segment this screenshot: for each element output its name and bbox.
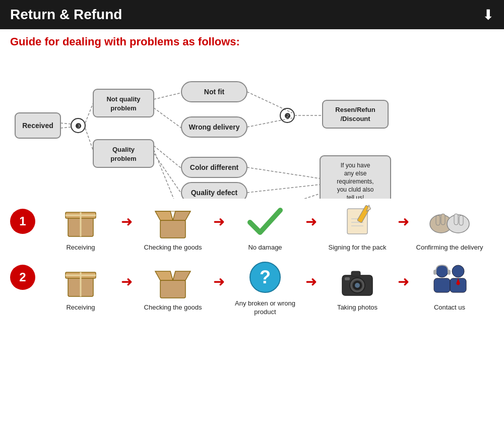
- step2-receiving-label: Receiving: [66, 304, 95, 312]
- svg-rect-79: [351, 271, 360, 276]
- svg-rect-62: [436, 215, 440, 225]
- step2-photos: Taking photos: [317, 261, 398, 312]
- svg-text:Wrong delivery: Wrong delivery: [189, 123, 240, 131]
- step1-checking: Checking the goods: [133, 201, 213, 252]
- svg-text:tell us!: tell us!: [347, 194, 364, 199]
- svg-marker-71: [155, 271, 173, 280]
- question-icon: ?: [245, 257, 285, 297]
- step1-receiving: Receiving: [40, 201, 121, 252]
- svg-text:Color different: Color different: [190, 163, 239, 171]
- closed-box-icon: [60, 201, 101, 241]
- svg-line-16: [154, 146, 181, 168]
- arrow-icon: ➜: [121, 273, 133, 290]
- svg-rect-8: [93, 89, 154, 117]
- svg-marker-52: [173, 211, 191, 220]
- svg-text:Resen/Refun: Resen/Refun: [335, 106, 375, 113]
- open-box2-icon: [153, 261, 193, 301]
- svg-text:Not quality: Not quality: [106, 95, 141, 103]
- main-content: Guide for dealing with problems as follo…: [0, 29, 504, 328]
- arrow-icon: ➜: [398, 213, 409, 230]
- guide-title: Guide for dealing with problems as follo…: [10, 35, 494, 48]
- svg-rect-70: [160, 280, 185, 298]
- page-title: Return & Refund: [10, 7, 122, 23]
- svg-text:Not fit: Not fit: [204, 88, 225, 96]
- arrow-icon: ➜: [213, 273, 225, 290]
- checkmark-icon: [245, 201, 285, 241]
- svg-rect-80: [345, 277, 350, 280]
- step2-checking-label: Checking the goods: [144, 304, 202, 312]
- flowchart: Received ❸ Not quality problem Quality p…: [10, 57, 494, 199]
- svg-line-6: [60, 123, 71, 124]
- svg-marker-51: [155, 211, 173, 220]
- svg-point-78: [355, 283, 360, 288]
- arrow-icon: ➜: [398, 273, 409, 290]
- svg-text:you cluld also: you cluld also: [337, 186, 374, 193]
- svg-text:any else: any else: [344, 170, 367, 177]
- arrow-icon: ➜: [305, 273, 317, 290]
- svg-rect-11: [93, 140, 154, 167]
- signing-icon: [337, 201, 377, 241]
- svg-rect-65: [459, 215, 463, 225]
- step-1-items: Receiving ➜ Checking the goods ➜: [40, 201, 494, 252]
- svg-rect-34: [323, 100, 388, 128]
- step2-broken-label: Any broken or wrong product: [225, 299, 305, 317]
- svg-rect-50: [160, 220, 185, 238]
- svg-rect-64: [454, 214, 458, 225]
- svg-line-5: [85, 128, 93, 151]
- open-box-icon: [153, 201, 193, 241]
- step1-signing-label: Signing for the pack: [329, 244, 387, 252]
- svg-line-4: [85, 103, 93, 123]
- step-2-number: 2: [10, 265, 35, 290]
- svg-text:?: ?: [260, 267, 271, 287]
- svg-text:Received: Received: [22, 122, 53, 130]
- step2-contact: Contact us: [409, 261, 490, 312]
- svg-line-15: [154, 108, 181, 128]
- page-header: Return & Refund ⬇: [0, 0, 504, 29]
- svg-text:problem: problem: [110, 155, 136, 162]
- svg-line-38: [247, 185, 320, 193]
- arrow-icon: ➜: [305, 213, 317, 230]
- svg-line-37: [247, 167, 320, 178]
- step1-confirming: Confirming the delivery: [409, 201, 490, 252]
- svg-line-7: [60, 127, 71, 128]
- svg-line-29: [247, 92, 292, 113]
- svg-rect-84: [448, 270, 451, 275]
- step1-checking-label: Checking the goods: [144, 244, 202, 252]
- svg-point-85: [452, 265, 464, 277]
- closed-box2-icon: [60, 261, 101, 301]
- step-2-items: Receiving ➜ Checking the goods ➜: [40, 257, 494, 317]
- camera-icon: [337, 261, 377, 301]
- svg-rect-83: [433, 270, 436, 275]
- svg-marker-72: [173, 271, 191, 280]
- step2-broken: ? Any broken or wrong product: [225, 257, 305, 317]
- svg-rect-63: [441, 214, 445, 225]
- step-2-row: 2 Receiving ➜: [10, 257, 494, 317]
- step2-contact-label: Contact us: [434, 304, 465, 312]
- contact-icon: [427, 261, 472, 301]
- step2-checking: Checking the goods: [133, 261, 213, 312]
- svg-text:❷: ❷: [284, 112, 291, 120]
- step-1-row: 1 Receiving ➜: [10, 201, 494, 252]
- step1-confirming-label: Confirming the delivery: [416, 244, 483, 252]
- step-1-number: 1: [10, 209, 35, 234]
- svg-text:/Discount: /Discount: [340, 115, 370, 123]
- header-arrow-icon: ⬇: [482, 7, 494, 23]
- svg-text:requirements,: requirements,: [337, 178, 373, 185]
- step2-photos-label: Taking photos: [337, 304, 377, 312]
- step1-nodamage-label: No damage: [248, 244, 282, 252]
- svg-text:Quality defect: Quality defect: [191, 189, 238, 197]
- arrow-icon: ➜: [213, 213, 225, 230]
- svg-line-39: [247, 194, 320, 199]
- steps-section: 1 Receiving ➜: [10, 201, 494, 317]
- svg-text:❸: ❸: [75, 122, 82, 130]
- svg-text:problem: problem: [110, 104, 136, 112]
- arrow-icon: ➜: [121, 213, 133, 230]
- svg-line-14: [154, 93, 181, 99]
- svg-text:If you have: If you have: [341, 162, 370, 169]
- step1-nodamage: No damage: [225, 201, 305, 252]
- handshake-icon: [427, 201, 472, 241]
- step1-receiving-label: Receiving: [66, 244, 95, 252]
- step1-signing: Signing for the pack: [317, 201, 398, 252]
- svg-rect-82: [434, 278, 450, 292]
- step2-receiving: Receiving: [40, 261, 121, 312]
